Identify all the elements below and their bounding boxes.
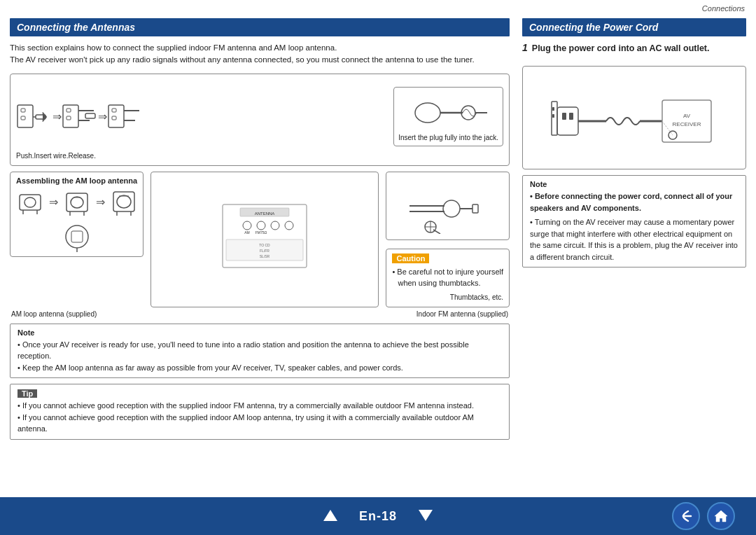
svg-text:RECEIVER: RECEIVER xyxy=(673,121,701,127)
next-page-icon[interactable] xyxy=(417,507,434,524)
power-cord-svg: AV RECEIVER xyxy=(550,72,718,163)
svg-text:AM: AM xyxy=(245,230,251,235)
svg-text:TO CD: TO CD xyxy=(260,243,271,247)
svg-rect-6 xyxy=(66,109,71,112)
home-button[interactable] xyxy=(707,502,735,530)
caution-label: Caution xyxy=(392,253,429,263)
footer: En-18 xyxy=(0,497,756,535)
center-device-box: ANTENNA AM FM75Ω TO CD FL/FR SL/SR xyxy=(150,172,379,307)
back-icon xyxy=(678,508,694,524)
power-cord-diagram: AV RECEIVER xyxy=(522,66,746,169)
right-column: Connecting the Power Cord 1 Plug the pow… xyxy=(522,18,746,445)
tip-item-2: • If you cannot achieve good reception w… xyxy=(18,412,502,435)
power-note-bold: • Before connecting the power cord, conn… xyxy=(530,190,738,214)
am-section: Assembling the AM loop antenna ⇒ xyxy=(10,172,510,307)
left-column: Connecting the Antennas This section exp… xyxy=(10,18,510,445)
svg-text:ANTENNA: ANTENNA xyxy=(255,211,275,216)
power-note-label: Note xyxy=(530,180,738,188)
insert-step-icon xyxy=(62,99,98,133)
insert-label: Insert wire. xyxy=(34,152,69,160)
svg-text:SL/SR: SL/SR xyxy=(260,254,270,258)
svg-text:AV: AV xyxy=(683,113,691,119)
fm-caption: Indoor FM antenna (supplied) xyxy=(416,310,508,318)
svg-rect-24 xyxy=(66,193,88,211)
svg-rect-13 xyxy=(112,116,116,120)
svg-rect-70 xyxy=(552,107,554,111)
svg-rect-35 xyxy=(71,231,83,242)
thumbtacks-label: Thumbtacks, etc. xyxy=(392,292,503,303)
note-item-1: • Once your AV receiver is ready for use… xyxy=(18,339,502,362)
svg-point-41 xyxy=(257,221,265,230)
fm-plug-icon xyxy=(407,92,491,134)
power-note-item2: • Turning on the AV receiver may cause a… xyxy=(530,216,738,263)
svg-text:FL/FR: FL/FR xyxy=(260,249,270,253)
am-loop-step2 xyxy=(64,189,90,216)
svg-point-52 xyxy=(443,200,460,217)
fm-indoor-antenna-icon xyxy=(402,178,493,234)
step-number: 1 xyxy=(522,42,528,53)
push-step-icon xyxy=(16,99,52,133)
svg-point-23 xyxy=(24,197,36,207)
svg-rect-12 xyxy=(112,109,116,112)
caution-text2: when using thumbtacks. xyxy=(392,277,503,289)
tip-box: Tip • If you cannot achieve good recepti… xyxy=(10,384,510,440)
footer-nav-buttons xyxy=(672,502,735,530)
av-receiver-diagram: ANTENNA AM FM75Ω TO CD FL/FR SL/SR xyxy=(219,201,310,278)
svg-point-34 xyxy=(66,225,88,248)
svg-point-43 xyxy=(285,221,293,230)
svg-point-42 xyxy=(271,221,279,230)
svg-point-18 xyxy=(461,106,475,120)
svg-rect-1 xyxy=(21,109,25,112)
prev-page-icon[interactable] xyxy=(322,507,339,524)
intro-line2: The AV receiver won't pick up any radio … xyxy=(10,54,510,66)
back-button[interactable] xyxy=(672,502,700,530)
svg-rect-2 xyxy=(21,116,25,120)
fm-connector-diagram: ⇒ ⇒ xyxy=(10,74,510,166)
antenna-intro: This section explains how to connect the… xyxy=(10,42,510,67)
am-arrow1: ⇒ xyxy=(49,195,58,209)
svg-point-16 xyxy=(415,103,440,123)
diagram-captions: AM loop antenna (supplied) Indoor FM ant… xyxy=(10,310,510,318)
svg-rect-69 xyxy=(552,102,557,135)
svg-marker-74 xyxy=(715,510,727,522)
svg-point-32 xyxy=(117,195,131,208)
am-arrow2: ⇒ xyxy=(96,195,105,209)
power-section-title: Connecting the Power Cord xyxy=(522,18,746,36)
svg-point-27 xyxy=(71,197,83,208)
svg-marker-72 xyxy=(323,510,337,521)
svg-rect-54 xyxy=(472,204,478,213)
power-note-box: Note • Before connecting the power cord,… xyxy=(522,175,746,268)
connections-header: Connections xyxy=(702,4,745,13)
am-loop-title: Assembling the AM loop antenna xyxy=(16,176,137,185)
caution-text1: • Be careful not to injure yourself xyxy=(392,266,503,278)
svg-rect-7 xyxy=(66,116,71,120)
svg-marker-73 xyxy=(419,510,433,521)
svg-point-40 xyxy=(243,221,251,230)
am-caption: AM loop antenna (supplied) xyxy=(11,310,97,318)
svg-text:FM75Ω: FM75Ω xyxy=(255,230,267,235)
am-loop-step1 xyxy=(17,189,43,216)
svg-rect-61 xyxy=(569,113,573,120)
arrow1: ⇒ xyxy=(52,110,62,123)
antenna-note-box: Note • Once your AV receiver is ready fo… xyxy=(10,324,510,379)
svg-rect-71 xyxy=(552,114,554,118)
note-item-2: • Keep the AM loop antenna as far away a… xyxy=(18,362,502,374)
home-icon xyxy=(713,508,729,524)
antenna-section-title: Connecting the Antennas xyxy=(10,18,510,36)
arrow2: ⇒ xyxy=(98,110,107,123)
svg-line-68 xyxy=(662,121,673,135)
intro-line1: This section explains how to connect the… xyxy=(10,42,510,54)
page-number: En-18 xyxy=(359,509,397,524)
am-loop-step3 xyxy=(111,189,137,216)
step-text: Plug the power cord into an AC wall outl… xyxy=(532,43,710,53)
release-step-icon xyxy=(107,99,144,133)
release-label: Release. xyxy=(68,152,95,160)
note-label: Note xyxy=(18,328,502,337)
caution-box: Caution • Be careful not to injure yours… xyxy=(386,249,510,307)
svg-rect-60 xyxy=(562,113,566,120)
tip-label: Tip xyxy=(18,389,37,398)
svg-rect-59 xyxy=(557,107,578,135)
fm-plug-label: Insert the plug fully into the jack. xyxy=(398,134,498,141)
svg-line-58 xyxy=(433,230,440,234)
tip-item-1: • If you cannot achieve good reception w… xyxy=(18,400,502,412)
